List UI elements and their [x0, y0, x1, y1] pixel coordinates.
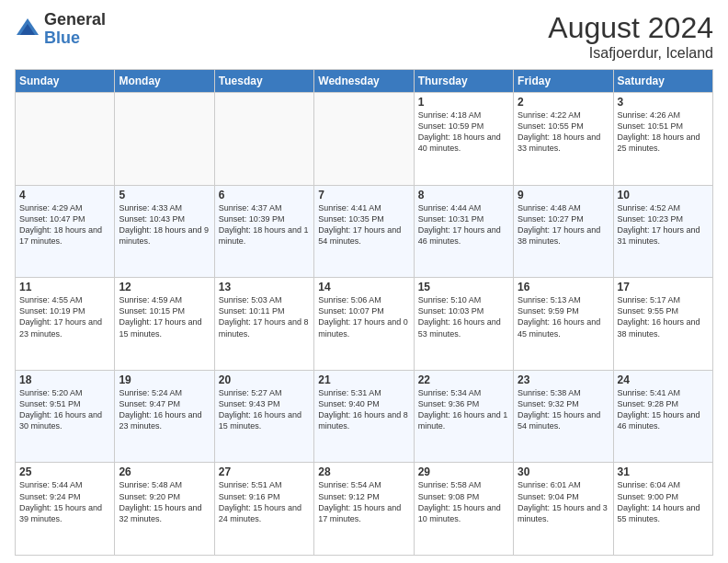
day-number: 6 — [219, 189, 310, 201]
calendar-cell — [115, 93, 214, 186]
day-number: 22 — [418, 373, 509, 386]
col-friday: Friday — [514, 70, 613, 93]
day-number: 19 — [119, 373, 210, 386]
logo-text: General Blue — [44, 11, 106, 48]
day-info: Sunrise: 5:03 AM Sunset: 10:11 PM Daylig… — [219, 294, 310, 339]
day-info: Sunrise: 5:51 AM Sunset: 9:16 PM Dayligh… — [219, 479, 310, 524]
day-number: 3 — [618, 96, 709, 109]
calendar-cell: 3Sunrise: 4:26 AM Sunset: 10:51 PM Dayli… — [613, 93, 712, 186]
calendar-cell: 17Sunrise: 5:17 AM Sunset: 9:55 PM Dayli… — [613, 278, 712, 371]
day-number: 16 — [518, 281, 609, 293]
day-info: Sunrise: 5:17 AM Sunset: 9:55 PM Dayligh… — [618, 294, 709, 339]
day-number: 15 — [418, 281, 509, 293]
calendar-cell — [214, 93, 313, 186]
calendar-cell: 27Sunrise: 5:51 AM Sunset: 9:16 PM Dayli… — [214, 463, 313, 556]
page: General Blue August 2024 Isafjoerdur, Ic… — [0, 0, 728, 563]
calendar-cell: 16Sunrise: 5:13 AM Sunset: 9:59 PM Dayli… — [514, 278, 613, 371]
day-info: Sunrise: 5:34 AM Sunset: 9:36 PM Dayligh… — [418, 387, 509, 432]
calendar-cell: 8Sunrise: 4:44 AM Sunset: 10:31 PM Dayli… — [414, 185, 513, 278]
day-info: Sunrise: 4:29 AM Sunset: 10:47 PM Daylig… — [19, 202, 110, 247]
day-number: 26 — [119, 465, 210, 478]
calendar-cell: 19Sunrise: 5:24 AM Sunset: 9:47 PM Dayli… — [115, 370, 214, 463]
month-year: August 2024 — [548, 11, 713, 45]
calendar-cell: 20Sunrise: 5:27 AM Sunset: 9:43 PM Dayli… — [214, 370, 313, 463]
day-info: Sunrise: 5:48 AM Sunset: 9:20 PM Dayligh… — [119, 479, 210, 524]
day-number: 23 — [518, 373, 609, 386]
day-info: Sunrise: 4:48 AM Sunset: 10:27 PM Daylig… — [518, 202, 609, 247]
day-info: Sunrise: 5:58 AM Sunset: 9:08 PM Dayligh… — [418, 479, 509, 524]
day-info: Sunrise: 4:59 AM Sunset: 10:15 PM Daylig… — [119, 294, 210, 339]
calendar-cell: 29Sunrise: 5:58 AM Sunset: 9:08 PM Dayli… — [414, 463, 513, 556]
col-thursday: Thursday — [414, 70, 513, 93]
calendar-cell: 12Sunrise: 4:59 AM Sunset: 10:15 PM Dayl… — [115, 278, 214, 371]
day-number: 4 — [19, 189, 110, 201]
day-info: Sunrise: 5:13 AM Sunset: 9:59 PM Dayligh… — [518, 294, 609, 339]
calendar-cell: 18Sunrise: 5:20 AM Sunset: 9:51 PM Dayli… — [16, 370, 115, 463]
col-saturday: Saturday — [613, 70, 712, 93]
title-block: August 2024 Isafjoerdur, Iceland — [548, 11, 713, 62]
day-number: 27 — [219, 465, 310, 478]
day-number: 24 — [618, 373, 709, 386]
header: General Blue August 2024 Isafjoerdur, Ic… — [15, 11, 713, 62]
day-info: Sunrise: 4:26 AM Sunset: 10:51 PM Daylig… — [618, 109, 709, 155]
calendar-cell: 28Sunrise: 5:54 AM Sunset: 9:12 PM Dayli… — [314, 463, 414, 556]
logo-blue-text: Blue — [44, 29, 106, 48]
calendar-cell — [16, 93, 115, 186]
calendar-cell: 22Sunrise: 5:34 AM Sunset: 9:36 PM Dayli… — [414, 370, 513, 463]
calendar-cell: 30Sunrise: 6:01 AM Sunset: 9:04 PM Dayli… — [514, 463, 613, 556]
calendar-cell: 31Sunrise: 6:04 AM Sunset: 9:00 PM Dayli… — [613, 463, 712, 556]
calendar-cell: 23Sunrise: 5:38 AM Sunset: 9:32 PM Dayli… — [514, 370, 613, 463]
col-monday: Monday — [115, 70, 214, 93]
calendar-week-1: 1Sunrise: 4:18 AM Sunset: 10:59 PM Dayli… — [16, 93, 713, 186]
day-info: Sunrise: 5:27 AM Sunset: 9:43 PM Dayligh… — [219, 387, 310, 432]
calendar-cell — [314, 93, 414, 186]
day-info: Sunrise: 4:37 AM Sunset: 10:39 PM Daylig… — [219, 202, 310, 247]
day-info: Sunrise: 4:44 AM Sunset: 10:31 PM Daylig… — [418, 202, 509, 247]
calendar-week-5: 25Sunrise: 5:44 AM Sunset: 9:24 PM Dayli… — [16, 463, 713, 556]
day-number: 29 — [418, 465, 509, 478]
day-info: Sunrise: 5:06 AM Sunset: 10:07 PM Daylig… — [318, 294, 409, 339]
day-number: 14 — [318, 281, 409, 293]
calendar-cell: 14Sunrise: 5:06 AM Sunset: 10:07 PM Dayl… — [314, 278, 414, 371]
day-number: 25 — [19, 465, 110, 478]
logo: General Blue — [15, 11, 106, 48]
day-number: 5 — [119, 189, 210, 201]
calendar-cell: 6Sunrise: 4:37 AM Sunset: 10:39 PM Dayli… — [214, 185, 313, 278]
calendar-cell: 9Sunrise: 4:48 AM Sunset: 10:27 PM Dayli… — [514, 185, 613, 278]
location: Isafjoerdur, Iceland — [548, 45, 713, 62]
day-info: Sunrise: 6:01 AM Sunset: 9:04 PM Dayligh… — [518, 479, 609, 524]
day-info: Sunrise: 5:31 AM Sunset: 9:40 PM Dayligh… — [318, 387, 409, 432]
col-tuesday: Tuesday — [214, 70, 313, 93]
calendar-cell: 11Sunrise: 4:55 AM Sunset: 10:19 PM Dayl… — [16, 278, 115, 371]
calendar-week-3: 11Sunrise: 4:55 AM Sunset: 10:19 PM Dayl… — [16, 278, 713, 371]
day-number: 18 — [19, 373, 110, 386]
calendar-cell: 10Sunrise: 4:52 AM Sunset: 10:23 PM Dayl… — [613, 185, 712, 278]
calendar-cell: 5Sunrise: 4:33 AM Sunset: 10:43 PM Dayli… — [115, 185, 214, 278]
day-info: Sunrise: 6:04 AM Sunset: 9:00 PM Dayligh… — [618, 479, 709, 524]
day-info: Sunrise: 5:24 AM Sunset: 9:47 PM Dayligh… — [119, 387, 210, 432]
calendar-cell: 2Sunrise: 4:22 AM Sunset: 10:55 PM Dayli… — [514, 93, 613, 186]
day-info: Sunrise: 5:41 AM Sunset: 9:28 PM Dayligh… — [618, 387, 709, 432]
logo-general-text: General — [44, 11, 106, 29]
day-info: Sunrise: 4:52 AM Sunset: 10:23 PM Daylig… — [618, 202, 709, 247]
day-number: 11 — [19, 281, 110, 293]
day-info: Sunrise: 4:41 AM Sunset: 10:35 PM Daylig… — [318, 202, 409, 247]
calendar-body: 1Sunrise: 4:18 AM Sunset: 10:59 PM Dayli… — [16, 93, 713, 556]
day-number: 2 — [518, 96, 609, 109]
col-wednesday: Wednesday — [314, 70, 414, 93]
day-info: Sunrise: 5:20 AM Sunset: 9:51 PM Dayligh… — [19, 387, 110, 432]
day-number: 30 — [518, 465, 609, 478]
day-number: 7 — [318, 189, 409, 201]
day-info: Sunrise: 5:38 AM Sunset: 9:32 PM Dayligh… — [518, 387, 609, 432]
day-number: 10 — [618, 189, 709, 201]
logo-icon — [15, 17, 40, 42]
calendar-cell: 13Sunrise: 5:03 AM Sunset: 10:11 PM Dayl… — [214, 278, 313, 371]
day-number: 21 — [318, 373, 409, 386]
day-info: Sunrise: 5:44 AM Sunset: 9:24 PM Dayligh… — [19, 479, 110, 524]
calendar-week-4: 18Sunrise: 5:20 AM Sunset: 9:51 PM Dayli… — [16, 370, 713, 463]
day-info: Sunrise: 4:18 AM Sunset: 10:59 PM Daylig… — [418, 109, 509, 155]
calendar-cell: 24Sunrise: 5:41 AM Sunset: 9:28 PM Dayli… — [613, 370, 712, 463]
calendar-week-2: 4Sunrise: 4:29 AM Sunset: 10:47 PM Dayli… — [16, 185, 713, 278]
day-number: 20 — [219, 373, 310, 386]
col-sunday: Sunday — [16, 70, 115, 93]
